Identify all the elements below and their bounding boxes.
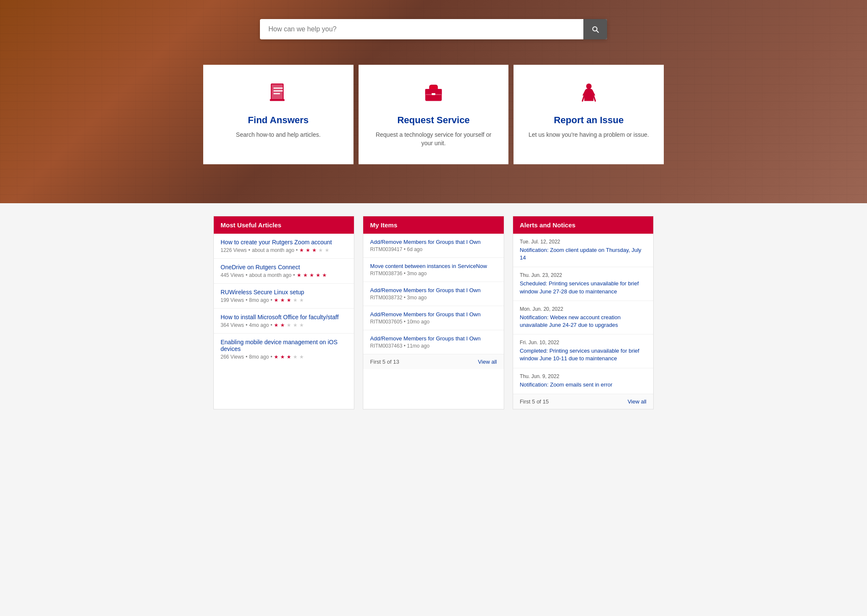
alerts-header: Alerts and Notices	[513, 216, 653, 234]
svg-line-13	[594, 96, 595, 101]
request-service-desc: Request a technology service for yoursel…	[371, 131, 496, 147]
report-issue-desc: Let us know you're having a problem or i…	[528, 131, 649, 139]
alerts-body: Tue. Jul. 12, 2022 Notification: Zoom cl…	[513, 234, 653, 394]
star-filled: ★	[274, 322, 279, 328]
alert-item: Thu. Jun. 23, 2022 Scheduled: Printing s…	[513, 267, 653, 301]
star-empty: ★	[293, 297, 298, 303]
star-filled: ★	[306, 247, 310, 253]
star-empty: ★	[293, 354, 298, 360]
alert-item: Fri. Jun. 10, 2022 Completed: Printing s…	[513, 334, 653, 368]
star-filled: ★	[287, 297, 291, 303]
star-empty: ★	[299, 322, 304, 328]
star-filled: ★	[312, 247, 317, 253]
alert-date: Mon. Jun. 20, 2022	[520, 306, 646, 312]
article-meta: 445 Views • about a month ago • ★★★★★	[221, 272, 347, 278]
article-views: 445 Views	[221, 272, 244, 278]
book-icon	[267, 82, 289, 108]
briefcase-icon	[422, 82, 445, 108]
item-meta: RITM0037463 • 11mo ago	[370, 343, 497, 349]
find-answers-title: Find Answers	[248, 115, 309, 126]
item-meta: RITM0038736 • 3mo ago	[370, 271, 497, 276]
article-age: 8mo ago	[249, 354, 269, 360]
article-age: 8mo ago	[249, 297, 269, 303]
my-item[interactable]: Move content between instances in Servic…	[363, 258, 503, 282]
my-item[interactable]: Add/Remove Members for Groups that I Own…	[363, 282, 503, 306]
item-link[interactable]: Add/Remove Members for Groups that I Own	[370, 287, 497, 293]
article-link[interactable]: How to install Microsoft Office for facu…	[221, 314, 347, 320]
alert-date: Thu. Jun. 23, 2022	[520, 272, 646, 278]
star-empty: ★	[318, 247, 323, 253]
star-filled: ★	[287, 354, 291, 360]
article-views: 1226 Views	[221, 247, 247, 253]
article-link[interactable]: Enabling mobile device management on iOS…	[221, 339, 347, 352]
my-item[interactable]: Add/Remove Members for Groups that I Own…	[363, 330, 503, 354]
article-item: How to install Microsoft Office for facu…	[214, 309, 354, 334]
item-link[interactable]: Add/Remove Members for Groups that I Own	[370, 311, 497, 318]
alerts-count: First 5 of 15	[520, 398, 549, 405]
request-service-card[interactable]: Request Service Request a technology ser…	[359, 65, 509, 164]
alert-link[interactable]: Scheduled: Printing services unavailable…	[520, 280, 646, 295]
my-items-body: Add/Remove Members for Groups that I Own…	[363, 234, 503, 354]
article-link[interactable]: How to create your Rutgers Zoom account	[221, 239, 347, 246]
alert-link[interactable]: Completed: Printing services unavailable…	[520, 347, 646, 362]
find-answers-desc: Search how-to and help articles.	[236, 131, 320, 139]
svg-rect-9	[432, 93, 436, 95]
star-filled: ★	[309, 272, 314, 278]
find-answers-card[interactable]: Find Answers Search how-to and help arti…	[203, 65, 353, 164]
star-filled: ★	[316, 272, 320, 278]
star-filled: ★	[303, 272, 308, 278]
star-filled: ★	[280, 354, 285, 360]
article-age: about a month ago	[252, 247, 294, 253]
article-meta: 1226 Views • about a month ago • ★★★★★	[221, 247, 347, 253]
item-meta: RITM0037605 • 10mo ago	[370, 319, 497, 325]
svg-rect-5	[270, 99, 285, 101]
article-item: Enabling mobile device management on iOS…	[214, 334, 354, 365]
alert-date: Tue. Jul. 12, 2022	[520, 239, 646, 245]
request-service-title: Request Service	[397, 115, 469, 126]
alerts-panel: Alerts and Notices Tue. Jul. 12, 2022 No…	[513, 216, 654, 409]
svg-point-11	[586, 83, 591, 89]
article-link[interactable]: RUWireless Secure Linux setup	[221, 289, 347, 296]
star-empty: ★	[299, 297, 304, 303]
article-item: OneDrive on Rutgers Connect 445 Views • …	[214, 259, 354, 284]
most-useful-articles-body: How to create your Rutgers Zoom account …	[214, 234, 354, 365]
my-items-count: First 5 of 13	[370, 359, 399, 365]
search-input[interactable]	[260, 19, 583, 39]
article-item: RUWireless Secure Linux setup 199 Views …	[214, 284, 354, 309]
article-link[interactable]: OneDrive on Rutgers Connect	[221, 264, 347, 271]
svg-rect-1	[272, 85, 283, 99]
alerts-view-all[interactable]: View all	[627, 398, 646, 405]
star-filled: ★	[274, 354, 279, 360]
my-items-header: My Items	[363, 216, 503, 234]
alert-link[interactable]: Notification: Webex new account creation…	[520, 314, 646, 329]
star-empty: ★	[325, 247, 329, 253]
item-link[interactable]: Add/Remove Members for Groups that I Own	[370, 335, 497, 342]
item-meta: RITM0038732 • 3mo ago	[370, 295, 497, 301]
my-items-view-all[interactable]: View all	[478, 359, 497, 365]
person-icon	[578, 82, 600, 108]
article-meta: 266 Views • 8mo ago • ★★★★★	[221, 354, 347, 360]
report-issue-title: Report an Issue	[554, 115, 624, 126]
article-views: 199 Views	[221, 297, 244, 303]
item-link[interactable]: Add/Remove Members for Groups that I Own	[370, 239, 497, 245]
alert-item: Thu. Jun. 9, 2022 Notification: Zoom ema…	[513, 368, 653, 394]
search-button[interactable]	[583, 19, 607, 39]
content-section: Most Useful Articles How to create your …	[179, 203, 688, 422]
most-useful-articles-header: Most Useful Articles	[214, 216, 354, 234]
article-age: 4mo ago	[249, 322, 269, 328]
article-item: How to create your Rutgers Zoom account …	[214, 234, 354, 259]
star-empty: ★	[287, 322, 291, 328]
article-views: 364 Views	[221, 322, 244, 328]
alert-date: Thu. Jun. 9, 2022	[520, 373, 646, 379]
alert-link[interactable]: Notification: Zoom emails sent in error	[520, 381, 646, 389]
item-link[interactable]: Move content between instances in Servic…	[370, 263, 497, 269]
my-item[interactable]: Add/Remove Members for Groups that I Own…	[363, 306, 503, 330]
report-issue-card[interactable]: Report an Issue Let us know you're havin…	[514, 65, 664, 164]
alert-link[interactable]: Notification: Zoom client update on Thur…	[520, 246, 646, 262]
star-filled: ★	[297, 272, 301, 278]
article-age: about a month ago	[249, 272, 291, 278]
my-item[interactable]: Add/Remove Members for Groups that I Own…	[363, 234, 503, 258]
search-container	[260, 19, 607, 39]
article-views: 266 Views	[221, 354, 244, 360]
alert-item: Tue. Jul. 12, 2022 Notification: Zoom cl…	[513, 234, 653, 267]
